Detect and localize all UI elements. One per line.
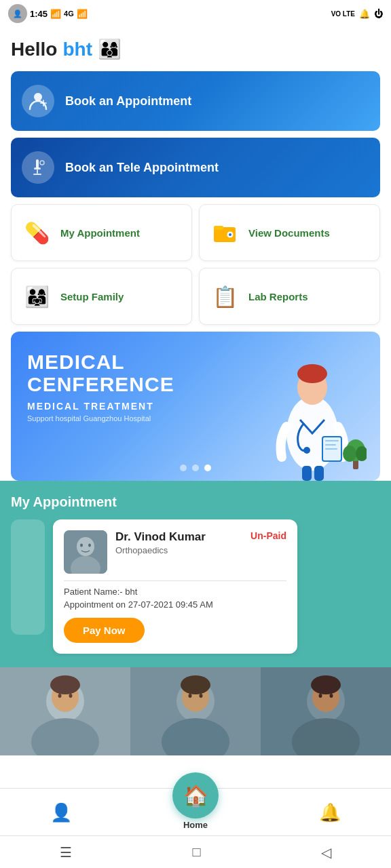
microscope-icon [22, 151, 54, 184]
banner-subtitle: MEDICAL TREATMENT [27, 401, 174, 412]
profile-icon: 👤 [50, 802, 72, 823]
notifications-nav-item[interactable]: 🔔 [319, 802, 341, 823]
family-icon: 👨‍👩‍👧 [21, 281, 52, 312]
apt-divider [64, 580, 286, 581]
bottom-nav: 👤 🏠 Home 🔔 [0, 788, 391, 835]
view-documents-label: View Documents [248, 227, 330, 239]
profile-nav-item[interactable]: 👤 [50, 802, 72, 823]
svg-point-15 [303, 447, 310, 454]
clipboard-icon: 📋 [209, 281, 240, 312]
appointment-section-title: My Appointment [11, 494, 380, 510]
back-icon[interactable]: ◁ [321, 844, 331, 861]
dot-1[interactable] [180, 465, 187, 471]
my-appointment-label: My Appointment [60, 227, 140, 239]
svg-point-37 [69, 694, 73, 698]
lab-reports-label: Lab Reports [248, 291, 308, 302]
hello-header: Hello bht 👨‍👩‍👦 [11, 38, 380, 60]
svg-point-30 [88, 544, 91, 547]
user-avatar-small: 👤 [8, 4, 27, 23]
svg-point-42 [181, 675, 210, 694]
svg-rect-9 [214, 226, 223, 230]
view-documents-card[interactable]: View Documents [199, 204, 380, 261]
doctor-photo-1[interactable] [0, 667, 130, 755]
banner-dots [180, 465, 211, 471]
svg-point-51 [330, 694, 333, 698]
book-tele-appointment-button[interactable]: Book an Tele Appointment [11, 138, 380, 197]
doctor-info: Dr. Vinod Kumar Orthopaedics [115, 530, 242, 555]
recents-icon[interactable]: □ [192, 844, 200, 860]
quick-actions-grid: 💊 My Appointment View Documents 👨‍👩‍👧 Se… [11, 204, 380, 325]
book-appointment-label: Book an Appointment [65, 94, 191, 108]
banner-support: Support hospital Guangzhou Hospital [27, 414, 174, 422]
payment-status-badge: Un-Paid [250, 530, 286, 541]
svg-point-27 [77, 537, 94, 556]
svg-point-29 [80, 544, 83, 547]
doctor-specialty: Orthopaedics [115, 545, 242, 555]
svg-rect-17 [314, 466, 324, 481]
apt-card-header: Dr. Vinod Kumar Orthopaedics Un-Paid [64, 530, 286, 574]
book-appointment-button[interactable]: Book an Appointment [11, 71, 380, 131]
home-icon: 🏠 [183, 784, 208, 808]
patient-name: Patient Name:- bht [64, 587, 286, 597]
banner-title: MEDICALCENFERENCE [27, 351, 174, 395]
svg-point-44 [200, 694, 203, 698]
banner-text-content: MEDICALCENFERENCE MEDICAL TREATMENT Supp… [27, 351, 174, 422]
svg-rect-2 [43, 100, 44, 106]
menu-icon[interactable]: ☰ [60, 844, 72, 861]
my-appointment-card[interactable]: 💊 My Appointment [11, 204, 192, 261]
svg-point-43 [189, 694, 192, 698]
status-bar: 👤 1:45 📶 4G 📶 VO LTE 🔔 ⏻ [0, 0, 391, 27]
setup-family-label: Setup Family [60, 291, 124, 302]
promo-banner: MEDICALCENFERENCE MEDICAL TREATMENT Supp… [11, 332, 380, 481]
appointment-card-placeholder [11, 519, 45, 635]
appointment-card-0: Dr. Vinod Kumar Orthopaedics Un-Paid Pat… [53, 519, 297, 654]
home-fab[interactable]: 🏠 [172, 772, 219, 818]
svg-point-7 [40, 161, 44, 165]
svg-rect-21 [325, 448, 337, 450]
svg-point-14 [297, 364, 327, 383]
book-tele-label: Book an Tele Appointment [65, 161, 219, 175]
svg-point-0 [34, 93, 42, 101]
greeting-text: Hello [11, 39, 57, 60]
dot-2[interactable] [192, 465, 199, 471]
svg-rect-19 [325, 440, 339, 441]
data-icon: 4G [64, 9, 74, 18]
doctors-photo-row [0, 667, 391, 755]
svg-rect-16 [302, 466, 312, 481]
home-nav-item[interactable]: 🏠 Home [172, 795, 219, 830]
svg-point-35 [50, 675, 80, 694]
pay-now-button[interactable]: Pay Now [64, 618, 145, 643]
signal2-icon: 📶 [77, 9, 88, 19]
appointment-date: Appointment on 27-07-2021 09:45 AM [64, 599, 286, 610]
svg-rect-5 [37, 170, 38, 174]
pills-icon: 💊 [21, 217, 52, 248]
svg-point-24 [343, 446, 356, 462]
doctor-photo-2[interactable] [130, 667, 261, 755]
doctor-icon [22, 85, 54, 117]
svg-point-36 [58, 694, 62, 698]
doctor-photo-3[interactable] [261, 667, 391, 755]
appointments-scroll-container: Dr. Vinod Kumar Orthopaedics Un-Paid Pat… [11, 519, 380, 656]
bell-icon: 🔔 [319, 802, 341, 823]
doctor-name: Dr. Vinod Kumar [115, 530, 242, 544]
power-icon: ⏻ [374, 9, 383, 19]
my-appointment-section: My Appointment [0, 481, 391, 667]
banner-doctor-figure [251, 345, 373, 481]
main-content: Hello bht 👨‍👩‍👦 Book an Appointment [0, 27, 391, 837]
signal-icon: 📶 [50, 9, 61, 19]
dot-3[interactable] [204, 465, 211, 471]
status-time: 1:45 [30, 9, 48, 19]
svg-rect-20 [325, 444, 336, 446]
svg-point-49 [311, 675, 341, 694]
svg-rect-4 [34, 167, 41, 170]
svg-rect-3 [36, 159, 39, 169]
svg-point-11 [229, 233, 231, 236]
lab-reports-card[interactable]: 📋 Lab Reports [199, 268, 380, 325]
status-right: VO LTE 🔔 ⏻ [331, 9, 383, 19]
volume-icon: 🔔 [359, 9, 370, 19]
svg-rect-6 [33, 174, 41, 175]
volte-label: VO LTE [331, 10, 355, 18]
home-label: Home [183, 820, 208, 830]
system-nav-bar: ☰ □ ◁ [0, 835, 391, 868]
setup-family-card[interactable]: 👨‍👩‍👧 Setup Family [11, 268, 192, 325]
